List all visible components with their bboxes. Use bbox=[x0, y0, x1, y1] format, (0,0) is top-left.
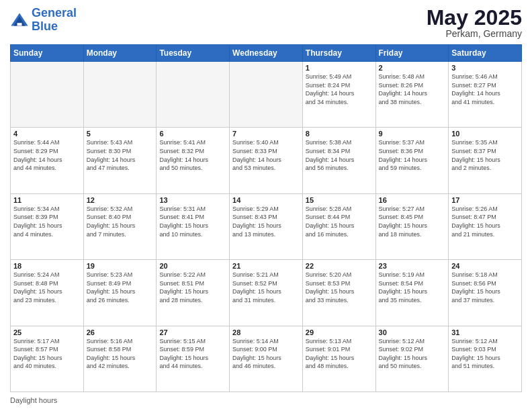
calendar-cell: 4Sunrise: 5:44 AM Sunset: 8:29 PM Daylig… bbox=[11, 128, 84, 193]
calendar-header-monday: Monday bbox=[83, 45, 157, 62]
day-info: Sunrise: 5:37 AM Sunset: 8:36 PM Dayligh… bbox=[379, 138, 446, 172]
day-info: Sunrise: 5:16 AM Sunset: 8:58 PM Dayligh… bbox=[87, 337, 154, 371]
calendar-cell: 11Sunrise: 5:34 AM Sunset: 8:39 PM Dayli… bbox=[11, 193, 84, 259]
calendar-week-3: 18Sunrise: 5:24 AM Sunset: 8:48 PM Dayli… bbox=[11, 260, 522, 326]
day-info: Sunrise: 5:28 AM Sunset: 8:44 PM Dayligh… bbox=[306, 205, 373, 238]
day-number: 2 bbox=[379, 64, 446, 72]
day-info: Sunrise: 5:32 AM Sunset: 8:40 PM Dayligh… bbox=[87, 205, 154, 238]
day-number: 20 bbox=[159, 262, 226, 270]
day-number: 18 bbox=[13, 262, 81, 270]
logo-icon bbox=[10, 11, 29, 30]
day-number: 28 bbox=[232, 328, 300, 336]
calendar-cell: 5Sunrise: 5:43 AM Sunset: 8:30 PM Daylig… bbox=[83, 128, 157, 193]
day-number: 8 bbox=[306, 130, 373, 138]
calendar-cell: 1Sunrise: 5:49 AM Sunset: 8:24 PM Daylig… bbox=[302, 62, 375, 128]
calendar-cell: 8Sunrise: 5:38 AM Sunset: 8:34 PM Daylig… bbox=[302, 128, 375, 193]
calendar-cell: 19Sunrise: 5:23 AM Sunset: 8:49 PM Dayli… bbox=[83, 260, 157, 326]
logo-line2: Blue bbox=[32, 19, 58, 33]
day-number: 11 bbox=[13, 196, 81, 204]
day-number: 14 bbox=[232, 196, 300, 204]
day-info: Sunrise: 5:23 AM Sunset: 8:49 PM Dayligh… bbox=[87, 271, 154, 304]
day-number: 4 bbox=[13, 130, 81, 138]
calendar-cell: 13Sunrise: 5:31 AM Sunset: 8:41 PM Dayli… bbox=[157, 193, 230, 259]
calendar-header-wednesday: Wednesday bbox=[230, 45, 303, 62]
calendar-cell bbox=[83, 62, 157, 128]
title-block: May 2025 Perkam, Germany bbox=[427, 7, 522, 39]
day-number: 22 bbox=[306, 262, 373, 270]
calendar-cell: 15Sunrise: 5:28 AM Sunset: 8:44 PM Dayli… bbox=[302, 193, 375, 259]
calendar-cell: 18Sunrise: 5:24 AM Sunset: 8:48 PM Dayli… bbox=[11, 260, 84, 326]
logo: General Blue bbox=[10, 7, 77, 34]
day-number: 15 bbox=[306, 196, 373, 204]
calendar-cell: 24Sunrise: 5:18 AM Sunset: 8:56 PM Dayli… bbox=[449, 260, 522, 326]
calendar-week-4: 25Sunrise: 5:17 AM Sunset: 8:57 PM Dayli… bbox=[11, 326, 522, 392]
calendar-cell: 7Sunrise: 5:40 AM Sunset: 8:33 PM Daylig… bbox=[230, 128, 303, 193]
month-title: May 2025 bbox=[427, 7, 522, 28]
day-number: 3 bbox=[451, 64, 519, 72]
day-info: Sunrise: 5:14 AM Sunset: 9:00 PM Dayligh… bbox=[232, 337, 300, 371]
calendar-cell: 6Sunrise: 5:41 AM Sunset: 8:32 PM Daylig… bbox=[157, 128, 230, 193]
calendar-cell bbox=[230, 62, 303, 128]
calendar-week-0: 1Sunrise: 5:49 AM Sunset: 8:24 PM Daylig… bbox=[11, 62, 522, 128]
day-info: Sunrise: 5:19 AM Sunset: 8:54 PM Dayligh… bbox=[379, 271, 446, 304]
calendar-cell: 29Sunrise: 5:13 AM Sunset: 9:01 PM Dayli… bbox=[302, 326, 375, 392]
day-info: Sunrise: 5:12 AM Sunset: 9:02 PM Dayligh… bbox=[379, 337, 446, 371]
calendar-cell: 23Sunrise: 5:19 AM Sunset: 8:54 PM Dayli… bbox=[375, 260, 449, 326]
calendar-header-sunday: Sunday bbox=[11, 45, 84, 62]
day-info: Sunrise: 5:29 AM Sunset: 8:43 PM Dayligh… bbox=[232, 205, 300, 238]
calendar-header-tuesday: Tuesday bbox=[157, 45, 230, 62]
day-number: 21 bbox=[232, 262, 300, 270]
footer: Daylight hours bbox=[10, 396, 522, 404]
day-info: Sunrise: 5:24 AM Sunset: 8:48 PM Dayligh… bbox=[13, 271, 81, 304]
day-info: Sunrise: 5:27 AM Sunset: 8:45 PM Dayligh… bbox=[379, 205, 446, 238]
calendar-header-thursday: Thursday bbox=[302, 45, 375, 62]
day-info: Sunrise: 5:15 AM Sunset: 8:59 PM Dayligh… bbox=[159, 337, 226, 371]
day-number: 1 bbox=[306, 64, 373, 72]
day-number: 30 bbox=[379, 328, 446, 336]
day-number: 13 bbox=[159, 196, 226, 204]
day-number: 24 bbox=[451, 262, 519, 270]
day-info: Sunrise: 5:48 AM Sunset: 8:26 PM Dayligh… bbox=[379, 73, 446, 106]
day-number: 10 bbox=[451, 130, 519, 138]
calendar-cell: 2Sunrise: 5:48 AM Sunset: 8:26 PM Daylig… bbox=[375, 62, 449, 128]
day-info: Sunrise: 5:35 AM Sunset: 8:37 PM Dayligh… bbox=[451, 138, 519, 172]
day-info: Sunrise: 5:46 AM Sunset: 8:27 PM Dayligh… bbox=[451, 73, 519, 106]
calendar-cell bbox=[157, 62, 230, 128]
day-number: 9 bbox=[379, 130, 446, 138]
day-info: Sunrise: 5:34 AM Sunset: 8:39 PM Dayligh… bbox=[13, 205, 81, 238]
day-info: Sunrise: 5:49 AM Sunset: 8:24 PM Dayligh… bbox=[306, 73, 373, 106]
svg-rect-2 bbox=[17, 23, 22, 26]
day-number: 17 bbox=[451, 196, 519, 204]
calendar-cell: 31Sunrise: 5:12 AM Sunset: 9:03 PM Dayli… bbox=[449, 326, 522, 392]
header: General Blue May 2025 Perkam, Germany bbox=[10, 7, 522, 39]
day-info: Sunrise: 5:21 AM Sunset: 8:52 PM Dayligh… bbox=[232, 271, 300, 304]
daylight-label: Daylight hours bbox=[10, 396, 57, 404]
day-info: Sunrise: 5:31 AM Sunset: 8:41 PM Dayligh… bbox=[159, 205, 226, 238]
day-number: 16 bbox=[379, 196, 446, 204]
day-info: Sunrise: 5:38 AM Sunset: 8:34 PM Dayligh… bbox=[306, 138, 373, 172]
day-info: Sunrise: 5:40 AM Sunset: 8:33 PM Dayligh… bbox=[232, 138, 300, 172]
day-info: Sunrise: 5:41 AM Sunset: 8:32 PM Dayligh… bbox=[159, 138, 226, 172]
day-number: 19 bbox=[87, 262, 154, 270]
day-number: 26 bbox=[87, 328, 154, 336]
day-info: Sunrise: 5:44 AM Sunset: 8:29 PM Dayligh… bbox=[13, 138, 81, 172]
day-number: 6 bbox=[159, 130, 226, 138]
calendar-cell: 28Sunrise: 5:14 AM Sunset: 9:00 PM Dayli… bbox=[230, 326, 303, 392]
calendar-week-1: 4Sunrise: 5:44 AM Sunset: 8:29 PM Daylig… bbox=[11, 128, 522, 193]
day-info: Sunrise: 5:12 AM Sunset: 9:03 PM Dayligh… bbox=[451, 337, 519, 371]
day-info: Sunrise: 5:43 AM Sunset: 8:30 PM Dayligh… bbox=[87, 138, 154, 172]
day-info: Sunrise: 5:20 AM Sunset: 8:53 PM Dayligh… bbox=[306, 271, 373, 304]
day-number: 5 bbox=[87, 130, 154, 138]
day-number: 23 bbox=[379, 262, 446, 270]
calendar-cell: 25Sunrise: 5:17 AM Sunset: 8:57 PM Dayli… bbox=[11, 326, 84, 392]
calendar-cell: 16Sunrise: 5:27 AM Sunset: 8:45 PM Dayli… bbox=[375, 193, 449, 259]
calendar-cell: 3Sunrise: 5:46 AM Sunset: 8:27 PM Daylig… bbox=[449, 62, 522, 128]
calendar-cell: 20Sunrise: 5:22 AM Sunset: 8:51 PM Dayli… bbox=[157, 260, 230, 326]
calendar-cell: 17Sunrise: 5:26 AM Sunset: 8:47 PM Dayli… bbox=[449, 193, 522, 259]
calendar-header-saturday: Saturday bbox=[449, 45, 522, 62]
calendar-table: SundayMondayTuesdayWednesdayThursdayFrid… bbox=[10, 44, 522, 392]
calendar-cell: 10Sunrise: 5:35 AM Sunset: 8:37 PM Dayli… bbox=[449, 128, 522, 193]
day-number: 31 bbox=[451, 328, 519, 336]
calendar-cell: 9Sunrise: 5:37 AM Sunset: 8:36 PM Daylig… bbox=[375, 128, 449, 193]
day-info: Sunrise: 5:17 AM Sunset: 8:57 PM Dayligh… bbox=[13, 337, 81, 371]
